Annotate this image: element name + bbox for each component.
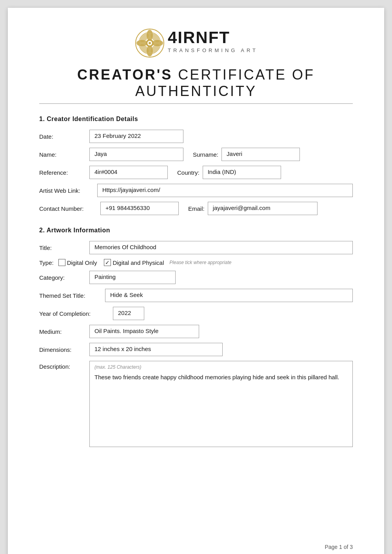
email-field[interactable]: jayajaveri@gmail.com — [208, 202, 318, 215]
digital-only-option[interactable]: Digital Only — [58, 259, 97, 266]
title-divider — [39, 103, 353, 104]
brand-tagline: TRANSFORMING ART — [168, 47, 258, 53]
reference-row: Reference: 4ir#0004 Country: India (IND) — [39, 166, 353, 179]
weblink-row: Artist Web Link: Https://jayajaveri.com/ — [39, 184, 353, 197]
doc-title: CREATOR'S CERTIFICATE OF AUTHENTICITY — [39, 67, 353, 100]
description-note: (max. 125 Characters) — [94, 364, 348, 370]
year-field[interactable]: 2022 — [113, 307, 144, 320]
type-row: Type: Digital Only ✓ Digital and Physica… — [39, 259, 353, 266]
section1-heading: 1. Creator Identification Details — [39, 116, 353, 123]
page-info: Page 1 of 3 — [325, 544, 353, 550]
year-row: Year of Completion: 2022 — [39, 307, 353, 320]
logo-icon — [134, 27, 162, 55]
dimensions-field[interactable]: 12 inches x 20 inches — [89, 343, 223, 356]
surname-label: Surname: — [193, 151, 218, 158]
header: 4IRNFT TRANSFORMING ART — [39, 27, 353, 55]
description-label: Description: — [39, 363, 86, 370]
name-label: Name: — [39, 151, 86, 158]
dimensions-row: Dimensions: 12 inches x 20 inches — [39, 343, 353, 356]
tick-note: Please tick where appropriate — [169, 260, 231, 265]
svg-point-12 — [149, 42, 151, 44]
section1: 1. Creator Identification Details Date: … — [39, 116, 353, 215]
weblink-label: Artist Web Link: — [39, 187, 94, 194]
artwork-title-field[interactable]: Memories Of Childhood — [89, 241, 353, 254]
name-field[interactable]: Jaya — [89, 148, 183, 161]
digital-only-checkbox[interactable] — [58, 259, 65, 266]
category-row: Category: Painting — [39, 271, 353, 284]
year-label: Year of Completion: — [39, 310, 110, 317]
email-label: Email: — [188, 205, 205, 212]
themed-row: Themed Set Title: Hide & Seek — [39, 289, 353, 302]
section2-heading: 2. Artwork Information — [39, 227, 353, 234]
digital-only-label: Digital Only — [67, 259, 97, 266]
contact-row: Contact Number: +91 9844356330 Email: ja… — [39, 202, 353, 215]
digital-physical-option[interactable]: ✓ Digital and Physical — [104, 259, 164, 266]
themed-field[interactable]: Hide & Seek — [105, 289, 353, 302]
description-row: Description: (max. 125 Characters) These… — [39, 361, 353, 447]
medium-label: Medium: — [39, 328, 86, 335]
page-footer: Page 1 of 3 — [325, 544, 353, 550]
dimensions-label: Dimensions: — [39, 346, 86, 353]
weblink-field[interactable]: Https://jayajaveri.com/ — [97, 184, 353, 197]
section2: 2. Artwork Information Title: Memories O… — [39, 227, 353, 447]
description-text: These two friends create happy childhood… — [94, 373, 348, 382]
name-row: Name: Jaya Surname: Javeri — [39, 148, 353, 161]
date-row: Date: 23 February 2022 — [39, 130, 353, 143]
brand-text: 4IRNFT TRANSFORMING ART — [168, 29, 258, 53]
brand-name: 4IRNFT — [168, 29, 230, 46]
medium-row: Medium: Oil Paints. Impasto Style — [39, 325, 353, 338]
artwork-title-row: Title: Memories Of Childhood — [39, 241, 353, 254]
artwork-title-label: Title: — [39, 244, 86, 251]
reference-label: Reference: — [39, 169, 86, 176]
contact-field[interactable]: +91 9844356330 — [100, 202, 179, 215]
date-field[interactable]: 23 February 2022 — [89, 130, 183, 143]
digital-physical-label: Digital and Physical — [113, 259, 164, 266]
description-field[interactable]: (max. 125 Characters) These two friends … — [89, 361, 353, 447]
category-label: Category: — [39, 274, 86, 281]
doc-title-bold: CREATOR'S — [77, 67, 172, 83]
themed-label: Themed Set Title: — [39, 292, 102, 299]
digital-physical-checkbox[interactable]: ✓ — [104, 259, 111, 266]
contact-label: Contact Number: — [39, 205, 97, 212]
reference-field[interactable]: 4ir#0004 — [89, 166, 168, 179]
country-field[interactable]: India (IND) — [203, 166, 281, 179]
type-label: Type: — [39, 259, 54, 266]
surname-field[interactable]: Javeri — [221, 148, 300, 161]
category-field[interactable]: Painting — [89, 271, 176, 284]
country-label: Country: — [177, 169, 200, 176]
certificate-page: 4IRNFT TRANSFORMING ART CREATOR'S CERTIF… — [8, 8, 384, 554]
date-label: Date: — [39, 133, 86, 140]
medium-field[interactable]: Oil Paints. Impasto Style — [89, 325, 199, 338]
